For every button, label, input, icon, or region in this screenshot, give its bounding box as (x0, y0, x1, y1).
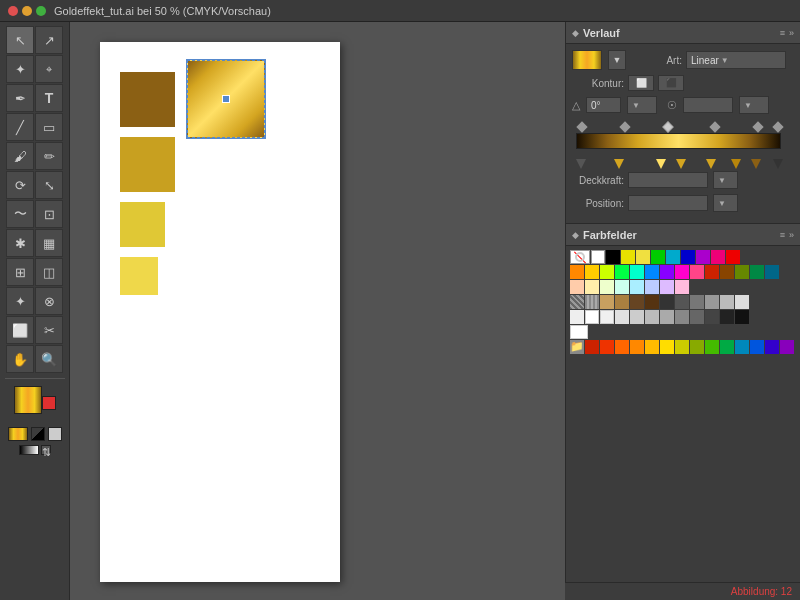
swatch-blue2[interactable] (750, 340, 764, 354)
stop-diamond-2[interactable] (619, 121, 630, 132)
color-cream[interactable] (585, 280, 599, 294)
color-pink[interactable] (675, 265, 689, 279)
color-red[interactable] (726, 250, 740, 264)
gradient-editor-bar[interactable] (576, 133, 781, 149)
color-blue[interactable] (681, 250, 695, 264)
warp-tool[interactable]: 〜 (6, 200, 34, 228)
select-tool[interactable]: ↖ (6, 26, 34, 54)
color-black[interactable] (606, 250, 620, 264)
color-gray3[interactable] (645, 310, 659, 324)
mesh-tool[interactable]: ⊞ (6, 258, 34, 286)
color-nearblack[interactable] (735, 310, 749, 324)
color-darkbrown[interactable] (630, 295, 644, 309)
handle-7[interactable] (751, 159, 761, 169)
stop-diamond-4[interactable] (709, 121, 720, 132)
color-yellow[interactable] (621, 250, 635, 264)
color-darkblue2[interactable] (765, 265, 779, 279)
color-darkgray[interactable] (660, 295, 674, 309)
color-medgray[interactable] (690, 295, 704, 309)
small-gradient-swatch[interactable] (8, 427, 28, 441)
gold-square-very-light[interactable] (120, 257, 158, 295)
color-darkred[interactable] (705, 265, 719, 279)
lasso-tool[interactable]: ⌖ (35, 55, 63, 83)
color-lavender[interactable] (660, 280, 674, 294)
kontur-btn2[interactable]: ⬛ (658, 75, 684, 91)
swatch-yellow1[interactable] (660, 340, 674, 354)
verlauf-panel-header[interactable]: ◆ Verlauf ≡ » (566, 22, 800, 44)
stop-diamond-5[interactable] (752, 121, 763, 132)
color-khaki[interactable] (615, 295, 629, 309)
stop-diamond-6[interactable] (772, 121, 783, 132)
focal-dropdown[interactable]: ▼ (739, 96, 769, 114)
swap-icon[interactable]: ⇅ (41, 445, 51, 455)
color-magenta[interactable] (711, 250, 725, 264)
color-palegray[interactable] (615, 310, 629, 324)
pattern-2[interactable] (585, 295, 599, 309)
swatch-orange2[interactable] (630, 340, 644, 354)
farbfelder-panel-header[interactable]: ◆ Farbfelder ≡ » (566, 224, 800, 246)
swatch-amber[interactable] (645, 340, 659, 354)
color-white[interactable] (591, 250, 605, 264)
color-peach[interactable] (570, 280, 584, 294)
color-forestgreen[interactable] (750, 265, 764, 279)
swatch-green1[interactable] (705, 340, 719, 354)
verlauf-gradient-preview[interactable] (572, 50, 602, 70)
swatch-yellowgreen[interactable] (690, 340, 704, 354)
pencil-tool[interactable]: ✏ (35, 142, 63, 170)
color-lightlime[interactable] (600, 280, 614, 294)
direct-select-tool[interactable]: ↗ (35, 26, 63, 54)
color-offwhite[interactable] (600, 310, 614, 324)
handle-2[interactable] (614, 159, 624, 169)
artboard-tool[interactable]: ⬜ (6, 316, 34, 344)
column-graph-tool[interactable]: ▦ (35, 229, 63, 257)
swatch-indigo[interactable] (765, 340, 779, 354)
color-olive[interactable] (735, 265, 749, 279)
folder-icon[interactable]: 📁 (570, 340, 584, 354)
zoom-tool[interactable]: 🔍 (35, 345, 63, 373)
color-lime[interactable] (600, 265, 614, 279)
color-nearwhite[interactable] (735, 295, 749, 309)
hand-tool[interactable]: ✋ (6, 345, 34, 373)
color-lightpink[interactable] (675, 280, 689, 294)
symbol-tool[interactable]: ✱ (6, 229, 34, 257)
color-gray2[interactable] (630, 310, 644, 324)
kontur-btn1[interactable]: ⬜ (628, 75, 654, 91)
color-gray7[interactable] (705, 310, 719, 324)
pattern-1[interactable] (570, 295, 584, 309)
verlauf-options-btn[interactable]: ▼ (608, 50, 626, 70)
none-swatch[interactable] (31, 427, 45, 441)
color-purple[interactable] (696, 250, 710, 264)
shape-tool[interactable]: ▭ (35, 113, 63, 141)
gradient-tool[interactable]: ◫ (35, 258, 63, 286)
gradient-swatch[interactable] (14, 386, 42, 414)
handle-1[interactable] (576, 159, 586, 169)
gold-square-dark[interactable] (120, 72, 175, 127)
rotate-tool[interactable]: ⟳ (6, 171, 34, 199)
scale-tool[interactable]: ⤡ (35, 171, 63, 199)
opacity-input[interactable] (628, 172, 708, 188)
handle-5[interactable] (706, 159, 716, 169)
color-lightgray2[interactable] (570, 310, 584, 324)
color-mint[interactable] (615, 280, 629, 294)
color-silver[interactable] (720, 295, 734, 309)
none-swatch[interactable] (570, 250, 590, 264)
blend-tool[interactable]: ⊗ (35, 287, 63, 315)
color-lightgray[interactable] (705, 295, 719, 309)
angle-input[interactable]: 0° (586, 97, 621, 113)
color-gray6[interactable] (690, 310, 704, 324)
titlebar-close-icon[interactable] (8, 6, 46, 16)
color-green[interactable] (651, 250, 665, 264)
color-hotpink[interactable] (690, 265, 704, 279)
focal-input[interactable] (683, 97, 733, 113)
handle-8[interactable] (773, 159, 783, 169)
color-lavenderblue[interactable] (645, 280, 659, 294)
gold-square-light[interactable] (120, 202, 165, 247)
color-teal[interactable] (630, 265, 644, 279)
stroke-swatch[interactable] (42, 396, 56, 410)
color-brightgreen[interactable] (615, 265, 629, 279)
free-transform-tool[interactable]: ⊡ (35, 200, 63, 228)
text-tool[interactable]: T (35, 84, 63, 112)
stop-diamond-1[interactable] (576, 121, 587, 132)
color-sepia[interactable] (645, 295, 659, 309)
handle-3[interactable] (656, 159, 666, 169)
